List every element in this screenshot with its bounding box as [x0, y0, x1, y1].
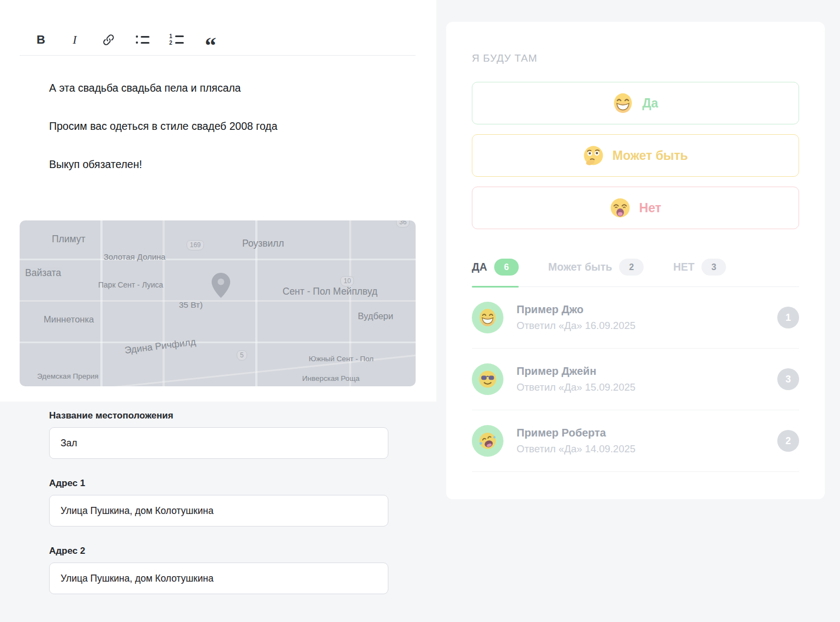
- numbered-list-icon[interactable]: 1 2: [169, 32, 184, 48]
- map-road: [20, 259, 416, 260]
- rsvp-card: Я БУДУ ТАМ Да Может быть Нет ДА 6 Может …: [446, 22, 825, 499]
- map-pin-icon: [212, 273, 230, 298]
- address2-field: Адрес 2: [49, 546, 388, 594]
- rsvp-no-button[interactable]: Нет: [472, 187, 799, 229]
- map-label: Инверская Роща: [302, 374, 359, 382]
- location-map[interactable]: 169 10 5 36 Плимут Золотая Долина Роузви…: [20, 220, 416, 386]
- tab-yes-count-badge: 6: [494, 259, 519, 276]
- guest-count-badge: 1: [777, 307, 799, 328]
- editor-content[interactable]: А эта свадьба свадьба пела и плясала Про…: [20, 56, 416, 171]
- rsvp-no-label: Нет: [639, 201, 661, 216]
- map-label: Золотая Долина: [104, 252, 165, 261]
- rofl-face-icon: [478, 432, 497, 450]
- map-label: Плимут: [52, 234, 86, 245]
- address2-input[interactable]: [49, 563, 388, 594]
- map-label: Парк Сент - Луиса: [98, 280, 163, 289]
- response-row: Пример Роберта Ответил «Да» 14.09.2025 2: [472, 410, 799, 472]
- address2-label: Адрес 2: [49, 546, 388, 557]
- blockquote-icon[interactable]: “: [203, 37, 218, 53]
- response-row: Пример Джейн Ответил «Да» 15.09.2025 3: [472, 349, 799, 410]
- rsvp-yes-label: Да: [642, 96, 658, 111]
- editor-paragraph: Выкуп обязателен!: [49, 158, 386, 171]
- address1-label: Адрес 1: [49, 478, 388, 489]
- map-label: Эдемская Прерия: [37, 372, 99, 380]
- editor-paragraph: Просим вас одеться в стиле свадеб 2008 г…: [49, 120, 386, 133]
- map-label: Роузвилл: [242, 238, 284, 249]
- italic-icon[interactable]: I: [68, 32, 82, 48]
- avatar: [472, 425, 503, 457]
- map-label: Вудбери: [358, 311, 393, 321]
- tab-yes[interactable]: ДА 6: [472, 259, 519, 286]
- highway-badge: 10: [340, 276, 354, 286]
- highway-badge: 169: [187, 240, 204, 250]
- tab-yes-label: ДА: [472, 261, 487, 273]
- tab-maybe-count-badge: 2: [619, 259, 644, 276]
- response-meta: Ответил «Да» 14.09.2025: [517, 443, 635, 455]
- response-meta: Ответил «Да» 15.09.2025: [517, 381, 635, 393]
- avatar: [472, 363, 503, 395]
- map-label: Эдина Ричфилд: [124, 336, 196, 356]
- map-road: [163, 220, 165, 386]
- response-name: Пример Роберта: [517, 427, 635, 439]
- editor-paragraph: А эта свадьба свадьба пела и плясала: [49, 82, 386, 94]
- guest-count-badge: 3: [777, 368, 799, 390]
- grinning-face-icon: [613, 93, 633, 113]
- highway-badge: 36: [396, 220, 410, 228]
- response-row: Пример Джо Ответил «Да» 16.09.2025 1: [472, 287, 799, 349]
- response-meta: Ответил «Да» 16.09.2025: [517, 320, 635, 332]
- tab-no-label: НЕТ: [673, 261, 694, 273]
- location-name-field: Название местоположения: [49, 410, 388, 459]
- tab-maybe-label: Может быть: [548, 261, 612, 273]
- location-name-input[interactable]: [49, 427, 388, 459]
- response-tabs: ДА 6 Может быть 2 НЕТ 3: [472, 259, 799, 287]
- link-icon[interactable]: [101, 32, 116, 48]
- guest-count-badge: 2: [777, 430, 799, 452]
- map-label: Вайзата: [25, 267, 61, 279]
- editor-toolbar: B I 1 2 “: [20, 24, 416, 56]
- map-label: Сент - Пол Мейплвуд: [283, 286, 377, 297]
- bold-icon[interactable]: B: [34, 32, 48, 48]
- rsvp-heading: Я БУДУ ТАМ: [472, 52, 799, 64]
- rsvp-maybe-label: Может быть: [613, 148, 688, 163]
- map-label: 35 Вт): [179, 300, 203, 310]
- tab-no[interactable]: НЕТ 3: [673, 259, 726, 286]
- address1-input[interactable]: [49, 495, 388, 527]
- tab-maybe[interactable]: Может быть 2: [548, 259, 644, 286]
- bullet-list-icon[interactable]: [135, 32, 149, 48]
- grinning-face-icon: [478, 308, 497, 327]
- rsvp-yes-button[interactable]: Да: [472, 82, 799, 124]
- map-label: Миннетонка: [44, 314, 94, 325]
- map-label: Южный Сент - Пол: [309, 355, 374, 363]
- tab-no-count-badge: 3: [701, 259, 726, 276]
- rsvp-editor-page: B I 1 2 “ А эта свадьба: [0, 0, 840, 622]
- sunglasses-face-icon: [478, 370, 497, 388]
- response-name: Пример Джо: [517, 303, 635, 316]
- address1-field: Адрес 1: [49, 478, 388, 527]
- avatar: [472, 302, 503, 333]
- rsvp-maybe-button[interactable]: Может быть: [472, 134, 799, 177]
- description-editor-card: B I 1 2 “ А эта свадьба: [20, 24, 416, 192]
- map-road: [100, 220, 103, 386]
- location-form: Название местоположения Адрес 1 Адрес 2: [49, 410, 388, 613]
- highway-badge: 5: [237, 350, 247, 361]
- map-road: [20, 342, 416, 343]
- map-road: [20, 300, 416, 302]
- thinking-face-icon: [583, 145, 604, 166]
- response-name: Пример Джейн: [517, 365, 635, 378]
- weary-face-icon: [610, 198, 631, 218]
- location-name-label: Название местоположения: [49, 410, 388, 421]
